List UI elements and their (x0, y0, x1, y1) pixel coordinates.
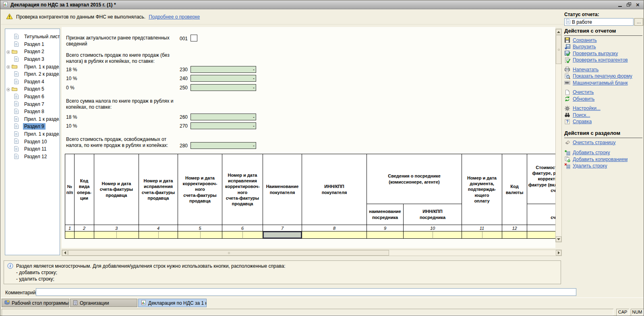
amount-field-240[interactable]: - (191, 75, 256, 82)
document-icon (14, 116, 19, 123)
sidebar-item[interactable]: Раздел 10 (5, 138, 60, 145)
scroll-up-button[interactable] (556, 29, 561, 35)
report-actions-list: Сохранить Выгрузить Проверить выгрузку П… (564, 37, 644, 126)
cell-divider (482, 232, 482, 238)
scroll-left-button[interactable] (62, 250, 68, 256)
sidebar-item[interactable]: Прил. 1 к разде... (5, 116, 60, 123)
action-search[interactable]: Поиск... (564, 112, 644, 118)
sidebar-item[interactable]: Титульный лист (5, 33, 60, 41)
section9-form: Признак актуальности ранее представленны… (62, 27, 555, 248)
column-subheader: ИНН/КПП посредника (404, 204, 462, 225)
horizontal-scroll-thumb[interactable] (68, 250, 389, 256)
scroll-right-button[interactable] (556, 250, 561, 256)
tab-organizations[interactable]: Организации (70, 299, 137, 307)
rate-label: 18 % (66, 67, 77, 73)
sidebar-item[interactable]: Раздел 6 (5, 93, 60, 101)
amount-field-280[interactable]: - (191, 142, 256, 149)
vertical-scroll-thumb[interactable] (556, 35, 561, 64)
action-save[interactable]: Сохранить (564, 37, 644, 43)
sidebar-item[interactable]: Раздел 8 (5, 108, 60, 116)
column-number: 6 (222, 225, 263, 231)
action-delete-row[interactable]: Удалить строку (564, 163, 644, 169)
amount-field-260[interactable]: - (191, 114, 256, 120)
document-icon (14, 124, 19, 130)
action-export[interactable]: Выгрузить (564, 44, 644, 50)
amount-field-230[interactable]: - (191, 66, 256, 73)
sidebar-item[interactable]: Раздел 2 (5, 48, 60, 56)
table-cell-7-selected[interactable] (263, 231, 302, 239)
barcode-icon (564, 80, 571, 86)
restore-button[interactable] (625, 2, 632, 8)
report-status-combo[interactable]: В работе (564, 18, 634, 26)
action-refresh[interactable]: Обновить (564, 96, 644, 102)
table-cell-8[interactable] (302, 231, 367, 239)
action-add-row[interactable]: Добавить строку (564, 150, 644, 156)
report-icon (3, 2, 8, 8)
sidebar-item[interactable]: Раздел 11 (5, 145, 60, 153)
table-cell-3[interactable] (94, 231, 139, 239)
close-button[interactable]: × (634, 2, 641, 8)
sidebar-item[interactable]: Раздел 4 (5, 78, 60, 86)
sidebar-item[interactable]: Раздел 12 (5, 153, 60, 161)
exempt-label: Всего стоимость продаж, освобождаемых от… (66, 136, 180, 149)
comment-input[interactable] (36, 288, 576, 296)
rate-label: 0 % (66, 85, 75, 91)
table-cell-11[interactable] (462, 231, 502, 239)
expand-icon[interactable] (6, 87, 10, 93)
sidebar-item[interactable]: Раздел 1 (5, 41, 60, 48)
tab-desktop[interactable]: Рабочий стол программы (2, 299, 69, 307)
table-cell-5[interactable] (178, 231, 222, 239)
table-cell-12[interactable] (502, 231, 527, 239)
expand-icon[interactable] (6, 64, 10, 70)
section-actions-heading: Действия с разделом (564, 130, 642, 138)
sidebar-item-selected[interactable]: Раздел 9 (5, 123, 60, 130)
table-cell-9[interactable] (367, 231, 404, 239)
column-number: 5 (178, 225, 222, 231)
action-show-print-form[interactable]: Показать печатную форму (564, 74, 644, 79)
column-number: 12 (502, 225, 527, 231)
sidebar-item[interactable]: Прил. 2 к разде... (5, 70, 60, 78)
table-cell-13a[interactable] (527, 231, 556, 239)
amount-field-250[interactable]: - (191, 84, 256, 91)
action-add-copy[interactable]: Добавить копированием (564, 157, 644, 162)
sidebar-item[interactable]: Раздел 5 (5, 85, 60, 93)
sidebar-item[interactable]: Прил. 1 к разде... (5, 63, 60, 70)
table-cell-4[interactable] (139, 231, 178, 239)
action-print[interactable]: Напечатать (564, 67, 644, 72)
action-help[interactable]: ?Справка (564, 119, 644, 125)
sidebar-item[interactable]: Раздел 3 (5, 56, 60, 63)
minimize-button[interactable] (617, 2, 623, 8)
amount-field-270[interactable]: - (191, 122, 256, 129)
delete-row-icon (564, 163, 571, 169)
action-machine-readable-form[interactable]: Машиночитаемый бланк (564, 80, 644, 86)
column-number: 3 (94, 225, 139, 231)
building-icon (73, 300, 78, 306)
warning-details-link[interactable]: Подробнее о проверке (149, 14, 200, 20)
table-cell-1[interactable] (65, 231, 75, 239)
table-cell-10[interactable] (404, 231, 462, 239)
action-check-export[interactable]: Проверить выгрузку (564, 51, 644, 56)
action-clear-page[interactable]: Очистить страницу (564, 140, 644, 145)
column-number: 10 (404, 225, 462, 231)
action-clear[interactable]: Очистить (564, 90, 644, 95)
code-270: 270 (177, 123, 188, 129)
scroll-down-button[interactable] (556, 236, 561, 242)
report-status-value: В работе (572, 19, 592, 25)
action-settings[interactable]: Настройки... (564, 106, 644, 112)
tab-vat-declaration[interactable]: Декларация по НДС за 1 к... (138, 299, 207, 307)
svg-text:?: ? (566, 120, 568, 124)
status-more-button[interactable]: ... (634, 18, 643, 26)
expand-icon[interactable] (6, 50, 10, 55)
column-header: Номер и дата исправления корректировоч- … (222, 154, 263, 225)
sales-no-tax-label: Всего стоимость продаж по книге продаж (… (66, 52, 185, 64)
table-cell-6[interactable] (222, 231, 263, 239)
cell-divider (242, 232, 243, 238)
sidebar-item[interactable]: Прил. 1 к разде... (5, 130, 60, 138)
actuality-checkbox[interactable] (191, 35, 197, 41)
column-number: 4 (139, 225, 178, 231)
action-check-contractors[interactable]: Проверить контрагентов (564, 58, 644, 63)
sidebar-item[interactable]: Раздел 7 (5, 100, 60, 108)
table-cell-2[interactable] (75, 231, 94, 239)
actuality-label: Признак актуальности ранее представленны… (66, 35, 184, 47)
column-number: 11 (462, 225, 502, 231)
